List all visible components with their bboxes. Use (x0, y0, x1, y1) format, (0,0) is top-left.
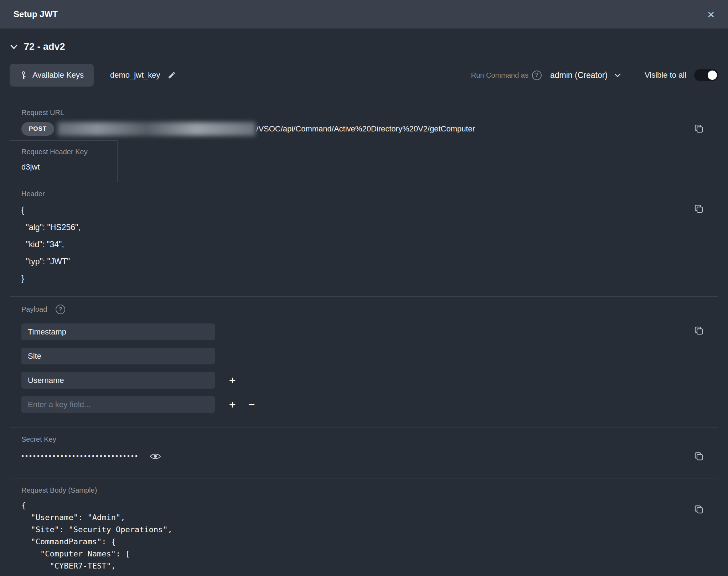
payload-field-input-1[interactable] (21, 323, 215, 340)
copy-icon (693, 325, 704, 336)
command-section-title: 72 - adv2 (24, 41, 65, 52)
copy-payload-button[interactable] (693, 325, 704, 336)
payload-label: Payload (21, 305, 47, 313)
payload-help-icon[interactable]: ? (56, 305, 65, 314)
available-keys-button[interactable]: Available Keys (10, 64, 94, 87)
payload-field-row: + (21, 372, 718, 389)
request-body-section: Request Body (Sample) { "Username": "Adm… (10, 478, 718, 576)
copy-icon (693, 203, 704, 214)
chevron-down-icon (10, 44, 18, 50)
payload-section: Payload ? + + − (10, 297, 718, 427)
payload-field-input-2[interactable] (21, 348, 215, 364)
eye-icon (150, 452, 161, 460)
run-command-as-value: admin (Creator) (550, 71, 608, 80)
copy-secret-button[interactable] (693, 451, 704, 462)
available-keys-label: Available Keys (32, 71, 84, 80)
edit-key-name-button[interactable] (167, 71, 176, 79)
request-header-key-cell: Request Header Key d3jwt (10, 140, 118, 182)
payload-field-row (21, 348, 718, 364)
request-url-path: /VSOC/api/Command/Active%20Directory%20V… (256, 124, 475, 134)
toggle-knob (708, 71, 717, 80)
header-section: Header { "alg": "HS256", "kid": "34", "t… (10, 182, 718, 296)
request-body-label: Request Body (Sample) (21, 486, 718, 494)
pencil-icon (167, 71, 176, 79)
header-label: Header (21, 190, 718, 198)
visible-to-all-toggle[interactable] (694, 69, 718, 81)
visible-to-all-label: Visible to all (645, 71, 686, 80)
copy-header-button[interactable] (693, 203, 704, 214)
payload-fields: + + − (21, 323, 718, 413)
copy-body-button[interactable] (693, 504, 704, 515)
run-command-help-icon[interactable]: ? (532, 71, 542, 80)
request-url-row: POST /VSOC/api/Command/Active%20Director… (10, 122, 718, 136)
redacted-url-segment (58, 122, 255, 136)
toolbar-right-group: Run Command as ? admin (Creator) Visible… (471, 69, 718, 81)
payload-field-row (21, 323, 718, 340)
copy-icon (693, 504, 704, 515)
payload-field-input-3[interactable] (21, 372, 215, 389)
header-json: { "alg": "HS256", "kid": "34", "typ": "J… (21, 202, 718, 287)
copy-url-button[interactable] (693, 123, 704, 134)
secret-key-label: Secret Key (21, 435, 718, 443)
remove-field-button[interactable]: − (246, 399, 258, 410)
request-url-label: Request URL (10, 109, 718, 117)
close-icon[interactable]: × (707, 8, 714, 20)
run-command-as-dropdown[interactable]: admin (Creator) (550, 71, 621, 80)
secret-key-masked-value: •••••••••••••••••••••••••••••• (21, 452, 139, 460)
chevron-down-icon (614, 73, 621, 78)
dialog-titlebar: Setup JWT × (0, 0, 728, 28)
copy-icon (693, 123, 704, 134)
reveal-secret-button[interactable] (150, 452, 161, 460)
add-field-button[interactable]: + (226, 399, 238, 410)
run-command-as-label: Run Command as (471, 71, 528, 79)
toolbar: Available Keys demo_jwt_key Run Command … (10, 64, 718, 87)
http-method-badge: POST (21, 122, 54, 136)
jwt-key-name: demo_jwt_key (110, 71, 160, 80)
payload-new-field-input[interactable] (21, 396, 215, 413)
dialog-title: Setup JWT (14, 9, 58, 19)
add-field-button[interactable]: + (226, 375, 238, 386)
request-body-json: { "Username": "Admin", "Site": "Security… (21, 499, 718, 572)
request-header-key-label: Request Header Key (21, 148, 117, 156)
key-icon (20, 71, 27, 79)
command-section-toggle[interactable]: 72 - adv2 (10, 41, 65, 52)
payload-field-row: + − (21, 396, 718, 413)
dialog-content: 72 - adv2 Available Keys demo_jwt_key Ru… (0, 41, 728, 576)
request-header-key-value: d3jwt (21, 162, 117, 172)
copy-icon (693, 451, 704, 462)
secret-key-section: Secret Key •••••••••••••••••••••••••••••… (10, 427, 718, 478)
